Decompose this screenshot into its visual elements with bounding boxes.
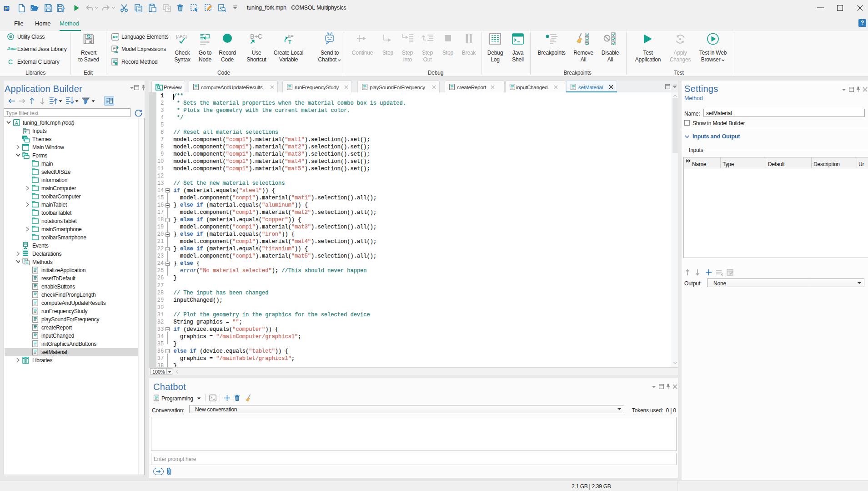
svg-text:ABC: ABC [112,35,118,39]
svg-text:A: A [15,121,18,126]
svg-text:B+C: B+C [250,33,262,40]
svg-text:[ABC]: [ABC] [176,35,187,39]
svg-text:C: C [8,58,13,65]
svg-text:Java: Java [7,46,16,51]
svg-text:T: T [288,39,291,45]
svg-text:a=: a= [288,33,293,39]
svg-text:a=: a= [114,50,118,54]
